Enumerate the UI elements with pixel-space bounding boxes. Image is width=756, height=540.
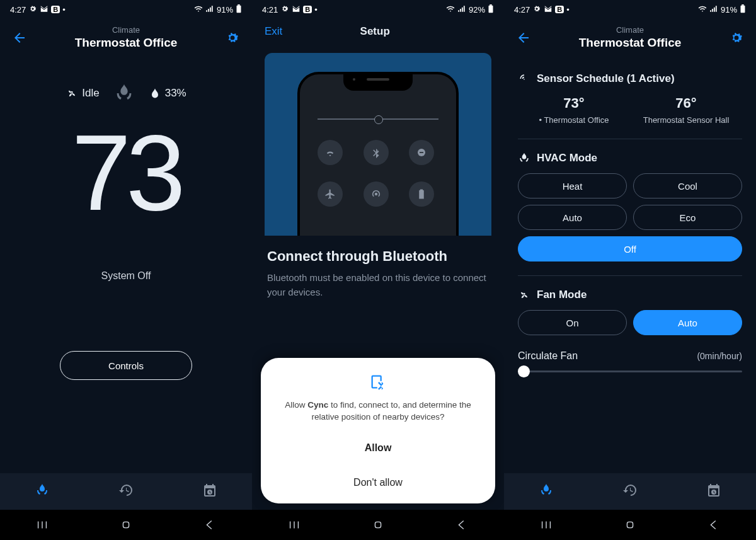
hvac-auto-button[interactable]: Auto xyxy=(518,205,627,230)
battery-pct: 92% xyxy=(469,5,485,14)
wifi-icon xyxy=(446,4,455,15)
mail-icon xyxy=(292,4,301,15)
setup-header: Exit Setup xyxy=(252,19,504,40)
back-button[interactable] xyxy=(515,30,532,46)
fan-mode-header: Fan Mode xyxy=(518,289,742,301)
mail-icon xyxy=(544,4,553,15)
controls-button[interactable]: Controls xyxy=(60,351,192,380)
app-b-icon: B xyxy=(303,6,312,13)
status-row: Idle 33% xyxy=(0,83,252,104)
screen-thermostat-controls: 4:27 B • 91% Climate Thermostat Office S… xyxy=(504,0,756,540)
nav-back[interactable] xyxy=(695,518,733,532)
setup-heading: Connect through Bluetooth xyxy=(267,248,489,265)
hvac-off-button[interactable]: Off xyxy=(518,236,742,261)
tab-thermostat[interactable] xyxy=(35,483,50,500)
sensor-schedule-header[interactable]: Sensor Schedule (1 Active) xyxy=(518,72,742,85)
setup-title: Setup xyxy=(258,25,491,38)
divider xyxy=(518,275,742,276)
status-time: 4:27 xyxy=(514,5,530,14)
status-bar: 4:21 B • 92% xyxy=(252,0,504,19)
svg-rect-11 xyxy=(627,522,633,527)
sensor-item[interactable]: 76° Thermostat Sensor Hall xyxy=(630,95,742,125)
circulate-slider[interactable] xyxy=(518,371,742,372)
fan-on-button[interactable]: On xyxy=(518,310,627,335)
settings-button[interactable] xyxy=(224,30,241,46)
nav-home[interactable] xyxy=(611,518,649,532)
header-title: Thermostat Office xyxy=(28,36,224,50)
tab-schedule[interactable] xyxy=(706,483,721,500)
signal-icon xyxy=(709,4,718,15)
wifi-icon xyxy=(698,4,707,15)
header-title: Thermostat Office xyxy=(532,36,728,50)
battery-icon xyxy=(488,4,494,15)
nav-recents[interactable] xyxy=(23,518,61,532)
tab-history[interactable] xyxy=(118,483,134,500)
hvac-eco-button[interactable]: Eco xyxy=(633,205,742,230)
battery-pct: 91% xyxy=(721,5,737,14)
screen-thermostat-main: 4:27 B • 91% Climate Thermostat Office I… xyxy=(0,0,252,540)
hvac-mode-buttons: Heat Cool Auto Eco Off xyxy=(518,173,742,261)
fan-mode-buttons: On Auto xyxy=(518,310,742,335)
wifi-icon xyxy=(194,4,203,15)
svg-rect-8 xyxy=(375,522,381,527)
svg-rect-3 xyxy=(489,5,493,12)
tab-bar xyxy=(0,473,252,510)
svg-rect-10 xyxy=(742,4,744,6)
nav-back[interactable] xyxy=(191,518,229,532)
circulate-fan-row: Circulate Fan (0min/hour) xyxy=(518,350,742,362)
nav-back[interactable] xyxy=(443,518,481,532)
battery-toggle-icon xyxy=(409,181,434,207)
tab-history[interactable] xyxy=(622,483,638,500)
app-b-icon: B xyxy=(51,6,60,13)
battery-pct: 91% xyxy=(217,5,233,14)
tab-thermostat[interactable] xyxy=(539,483,554,500)
dialog-allow-button[interactable]: Allow xyxy=(273,431,483,465)
current-temperature: 73 xyxy=(0,119,252,226)
nav-recents[interactable] xyxy=(527,518,565,532)
back-button[interactable] xyxy=(11,30,28,46)
screen-setup-bluetooth: 4:21 B • 92% Exit Setup xyxy=(252,0,504,540)
hotspot-toggle-icon xyxy=(364,181,389,207)
system-status: System Off xyxy=(0,270,252,282)
dnd-toggle-icon xyxy=(409,140,434,165)
sensor-list: 73° Thermostat Office 76° Thermostat Sen… xyxy=(518,95,742,125)
status-bar: 4:27 B • 91% xyxy=(504,0,756,19)
nav-home[interactable] xyxy=(359,518,397,532)
tab-bar xyxy=(504,473,756,510)
svg-rect-4 xyxy=(490,4,492,6)
nav-home[interactable] xyxy=(107,518,145,532)
android-navbar xyxy=(0,510,252,540)
svg-rect-0 xyxy=(237,5,241,12)
settings-icon xyxy=(280,4,289,15)
status-bar: 4:27 B • 91% xyxy=(0,0,252,19)
divider xyxy=(518,139,742,139)
hvac-cool-button[interactable]: Cool xyxy=(633,173,742,198)
mail-icon xyxy=(40,4,49,15)
circulate-label: Circulate Fan xyxy=(518,350,578,362)
svg-rect-9 xyxy=(741,5,745,12)
dialog-deny-button[interactable]: Don't allow xyxy=(273,465,483,500)
setup-text: Connect through Bluetooth Bluetooth must… xyxy=(252,236,504,312)
dialog-text: Allow Cync to find, connect to, and dete… xyxy=(273,399,483,423)
bluetooth-toggle-icon xyxy=(364,140,389,165)
svg-rect-6 xyxy=(420,152,423,153)
fan-auto-button[interactable]: Auto xyxy=(633,310,742,335)
permission-dialog: Allow Cync to find, connect to, and dete… xyxy=(261,358,495,503)
settings-button[interactable] xyxy=(728,30,745,46)
header-subtitle: Climate xyxy=(532,25,728,35)
nav-recents[interactable] xyxy=(275,518,313,532)
hvac-mode-header: HVAC Mode xyxy=(518,152,742,164)
slider-thumb[interactable] xyxy=(518,365,530,377)
android-navbar xyxy=(252,510,504,540)
svg-point-7 xyxy=(374,193,377,196)
bluetooth-illustration xyxy=(265,53,491,236)
setup-body: Bluetooth must be enabled on this device… xyxy=(267,271,489,299)
airplane-toggle-icon xyxy=(318,181,343,207)
battery-icon xyxy=(740,4,746,15)
status-time: 4:21 xyxy=(262,5,278,14)
sensor-item[interactable]: 73° Thermostat Office xyxy=(518,95,630,125)
fan-status: Idle xyxy=(66,87,99,100)
hvac-heat-button[interactable]: Heat xyxy=(518,173,627,198)
android-navbar xyxy=(504,510,756,540)
tab-schedule[interactable] xyxy=(202,483,217,500)
